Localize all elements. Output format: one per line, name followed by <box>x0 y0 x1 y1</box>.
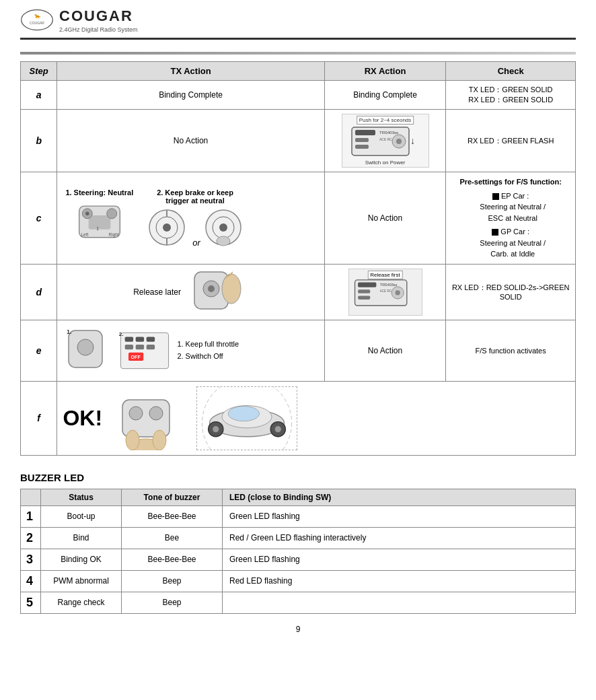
tx-d-content: Release later <box>57 264 324 320</box>
buzzer-row-tone: Bee-Bee-Bee <box>122 549 223 570</box>
table-row-b: b No Action Push for 2~4 sceonds TRS403s… <box>21 110 576 172</box>
buzzer-col-led: LED (close to Binding SW) <box>223 489 576 505</box>
brake-diagram-2 <box>203 207 244 248</box>
svg-point-16 <box>107 209 117 219</box>
tx-a-content: Binding Complete <box>57 81 324 110</box>
tx-b-content: No Action <box>57 110 324 172</box>
check-d-content: RX LED：RED SOLID-2s->GREEN SOLID <box>446 264 576 320</box>
svg-point-44 <box>77 339 94 355</box>
buzzer-table-row: 2 Bind Bee Red / Green LED flashing inte… <box>21 527 576 549</box>
check-c-gp: GP Car : Steering at Neutral / Carb. at … <box>451 226 570 260</box>
logo-subtitle: 2.4GHz Digital Radio System <box>59 26 138 33</box>
switchoff-diagram: OFF 2. <box>118 327 172 374</box>
buzzer-row-status: Range check <box>41 592 122 613</box>
table-row-f: f OK! <box>21 381 576 455</box>
buzzer-col-tone: Tone of buzzer <box>122 489 223 505</box>
svg-rect-50 <box>125 345 133 349</box>
buzzer-row-led: Green LED flashing <box>223 549 576 570</box>
step-e-label: e <box>21 320 57 381</box>
table-row-e: e 1. <box>21 320 576 381</box>
check-c-title: Pre-settings for F/S function: <box>451 176 570 188</box>
logo-area: 🐆 COUGAR COUGAR 2.4GHz Digital Radio Sys… <box>20 7 138 34</box>
ok-label: OK! <box>63 406 102 431</box>
header-divider <box>20 52 576 55</box>
buzzer-row-led: Red / Green LED flashing interactively <box>223 527 576 549</box>
svg-text:TRS403ss: TRS403ss <box>379 282 397 286</box>
svg-rect-4 <box>355 130 375 135</box>
tx-c-label1: 1. Steering: Neutral <box>65 188 133 197</box>
buzzer-section-title: BUZZER LED <box>20 472 576 483</box>
svg-rect-13 <box>88 215 110 230</box>
tx-c-label2: 2. Keep brake or keep trigger at neutral <box>157 188 233 205</box>
svg-point-67 <box>275 426 281 432</box>
svg-rect-48 <box>136 337 144 341</box>
svg-rect-52 <box>147 345 155 349</box>
svg-point-28 <box>217 236 230 246</box>
col-header-tx: TX Action <box>57 62 324 81</box>
buzzer-table-row: 1 Boot-up Bee-Bee-Bee Green LED flashing <box>21 505 576 527</box>
tx-c-content: 1. Steering: Neutral <box>57 172 324 265</box>
svg-point-8 <box>396 139 402 144</box>
switch-label: Switch on Power <box>365 160 406 166</box>
svg-rect-47 <box>125 337 133 341</box>
buzzer-table-row: 5 Range check Beep <box>21 592 576 613</box>
buzzer-table-row: 4 PWM abnormal Beep Red LED flashing <box>21 570 576 592</box>
buzzer-row-led <box>223 592 576 613</box>
push-label: Push for 2~4 sceonds <box>357 116 414 125</box>
buzzer-row-num: 5 <box>21 592 41 613</box>
release-first-label: Release first <box>367 271 402 279</box>
svg-point-68 <box>228 406 259 421</box>
check-c-ep: EP Car : Steering at Neutral / ESC at Ne… <box>451 190 570 224</box>
tx-e-label1: 1. Keep full throttle <box>177 339 239 351</box>
rx-e-content: No Action <box>324 320 446 381</box>
svg-text:OFF: OFF <box>131 355 141 360</box>
svg-rect-49 <box>147 337 155 341</box>
buzzer-row-tone: Beep <box>122 592 223 613</box>
svg-text:ACE RC: ACE RC <box>379 289 392 293</box>
buzzer-row-status: PWM abnormal <box>41 570 122 592</box>
black-square-gp <box>492 229 498 236</box>
row-f-combined: OK! <box>57 381 576 455</box>
svg-text:Left: Left <box>81 232 88 237</box>
svg-point-60 <box>126 430 139 450</box>
svg-rect-36 <box>358 282 376 287</box>
svg-text:1.: 1. <box>67 328 72 335</box>
rx-b-device-image: Push for 2~4 sceonds TRS403ss ACE RC ↓ <box>342 114 429 168</box>
svg-point-61 <box>153 430 166 450</box>
buzzer-table: Status Tone of buzzer LED (close to Bind… <box>20 489 576 614</box>
buzzer-col-num <box>21 489 41 505</box>
tx-e-content: 1. OFF 2. <box>57 320 324 381</box>
logo-brand-name: COUGAR <box>59 7 138 25</box>
check-b-content: RX LED：GREEN FLASH <box>446 110 576 172</box>
svg-point-27 <box>219 223 227 232</box>
check-a-content: TX LED：GREEN SOLID RX LED：GREEN SOLID <box>446 81 576 110</box>
rc-car-diagram <box>196 386 297 450</box>
svg-point-31 <box>208 285 215 292</box>
svg-point-57 <box>129 407 143 420</box>
rx-d-device-image: Release first TRS403ss ACE RC <box>348 269 422 316</box>
buzzer-row-num: 2 <box>21 527 41 549</box>
svg-rect-51 <box>136 345 144 349</box>
svg-rect-38 <box>358 295 370 299</box>
col-header-rx: RX Action <box>324 62 446 81</box>
page-header: 🐆 COUGAR COUGAR 2.4GHz Digital Radio Sys… <box>20 7 576 40</box>
buzzer-row-tone: Bee <box>122 527 223 549</box>
svg-rect-37 <box>358 289 370 293</box>
svg-text:COUGAR: COUGAR <box>30 21 44 25</box>
col-header-check: Check <box>446 62 576 81</box>
main-instruction-table: Step TX Action RX Action Check a Binding… <box>20 61 576 456</box>
buzzer-col-status: Status <box>41 489 122 505</box>
buzzer-row-led: Red LED flashing <box>223 570 576 592</box>
table-row-c: c 1. Steering: Neutral <box>21 172 576 265</box>
svg-point-58 <box>149 407 163 420</box>
cougar-logo-icon: 🐆 COUGAR <box>20 7 54 34</box>
buzzer-row-tone: Beep <box>122 570 223 592</box>
svg-rect-6 <box>355 145 369 149</box>
svg-text:TRS403ss: TRS403ss <box>379 131 398 135</box>
buzzer-row-status: Boot-up <box>41 505 122 527</box>
check-c-content: Pre-settings for F/S function: EP Car : … <box>446 172 576 265</box>
page-number: 9 <box>20 625 576 634</box>
tx-e-label2: 2. Swithch Off <box>177 351 239 363</box>
svg-text:ACE RC: ACE RC <box>379 137 392 141</box>
buzzer-row-num: 1 <box>21 505 41 527</box>
